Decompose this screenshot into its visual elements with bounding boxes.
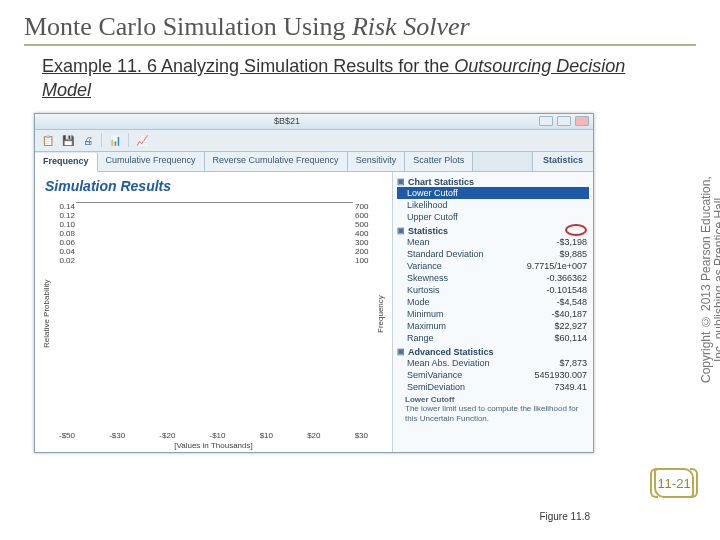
- advanced-statistics-header[interactable]: ▣Advanced Statistics: [397, 347, 589, 357]
- tab-cumulative[interactable]: Cumulative Frequency: [98, 152, 205, 171]
- stat-label: Mode: [407, 297, 430, 307]
- adv-stat-row[interactable]: SemiVariance5451930.007: [397, 369, 589, 381]
- chart-icon[interactable]: 📊: [108, 133, 122, 147]
- stat-label: Range: [407, 333, 434, 343]
- toolbar-separator: [128, 133, 129, 147]
- stat-value: -0.366362: [546, 273, 587, 283]
- figure-label: Figure 11.8: [539, 511, 590, 522]
- twisty-icon: ▣: [397, 347, 405, 356]
- stat-value: -$3,198: [556, 237, 587, 247]
- stat-row[interactable]: Variance9.7715/1e+007: [397, 260, 589, 272]
- footer-note: Lower Cutoff The lower limit used to com…: [397, 393, 589, 426]
- title-prefix: Monte Carlo Simulation Using: [24, 12, 352, 41]
- tab-scatter[interactable]: Scatter Plots: [405, 152, 473, 171]
- stat-row[interactable]: Maximum$22,927: [397, 320, 589, 332]
- subtitle-prefix: Example 11. 6 Analyzing Simulation Resul…: [42, 56, 454, 76]
- window-body: Simulation Results Relative Probability …: [35, 172, 593, 452]
- x-ticks: -$50 -$30 -$20 -$10 $10 $20 $30: [59, 430, 368, 440]
- stat-value: -$4,548: [556, 297, 587, 307]
- chart-stat-row[interactable]: Lower Cutoff: [397, 187, 589, 199]
- stat-row[interactable]: Skewness-0.366362: [397, 272, 589, 284]
- stat-row[interactable]: Mode-$4,548: [397, 296, 589, 308]
- simulation-window: $B$21 📋 💾 🖨 📊 📈 Frequency Cumulative Fre…: [34, 113, 594, 453]
- tab-frequency[interactable]: Frequency: [35, 153, 98, 172]
- view-tabs: Frequency Cumulative Frequency Reverse C…: [35, 152, 593, 172]
- stat-value: 9.7715/1e+007: [527, 261, 587, 271]
- stat-row[interactable]: Kurtosis-0.101548: [397, 284, 589, 296]
- adv-stat-label: SemiVariance: [407, 370, 462, 380]
- stat-label: Maximum: [407, 321, 446, 331]
- stat-value: -$40,187: [551, 309, 587, 319]
- chart-stat-label: Likelihood: [407, 200, 448, 210]
- toolbar: 📋 💾 🖨 📊 📈: [35, 130, 593, 152]
- stat-row[interactable]: Mean-$3,198: [397, 236, 589, 248]
- stat-value: -0.101548: [546, 285, 587, 295]
- adv-stat-value: 5451930.007: [534, 370, 587, 380]
- y-axis-label-left: Relative Probability: [41, 198, 52, 430]
- stat-value: $22,927: [554, 321, 587, 331]
- stat-row[interactable]: Standard Deviation$9,885: [397, 248, 589, 260]
- window-titlebar: $B$21: [35, 114, 593, 130]
- statistics-pane: ▣Chart Statistics Lower CutoffLikelihood…: [393, 172, 593, 452]
- stat-label: Standard Deviation: [407, 249, 484, 259]
- statistics-header[interactable]: ▣Statistics: [397, 226, 589, 236]
- adv-stat-value: 7349.41: [554, 382, 587, 392]
- tab-sensitivity[interactable]: Sensitivity: [348, 152, 406, 171]
- chart-stat-label: Upper Cutoff: [407, 212, 458, 222]
- stat-value: $9,885: [559, 249, 587, 259]
- chart-style-icon[interactable]: 📈: [135, 133, 149, 147]
- chart-stat-row[interactable]: Upper Cutoff: [397, 211, 589, 223]
- page-number-badge: 11-21: [654, 468, 694, 498]
- copyright-text: Copyright © 2013 Pearson Education, Inc.…: [700, 170, 716, 390]
- footer-text: The lower limit used to compute the like…: [405, 404, 578, 423]
- toolbar-separator: [101, 133, 102, 147]
- adv-stat-label: Mean Abs. Deviation: [407, 358, 490, 368]
- stat-label: Skewness: [407, 273, 448, 283]
- stat-label: Kurtosis: [407, 285, 440, 295]
- maximize-button[interactable]: [557, 116, 571, 126]
- stat-row[interactable]: Minimum-$40,187: [397, 308, 589, 320]
- stat-row[interactable]: Range$60,114: [397, 332, 589, 344]
- x-axis-label: [Values in Thousands]: [41, 441, 386, 450]
- twisty-icon: ▣: [397, 177, 405, 186]
- adv-stat-row[interactable]: SemiDeviation7349.41: [397, 381, 589, 393]
- chart-area: Relative Probability 0.14 0.12 0.10 0.08…: [41, 198, 386, 430]
- page-number: 11-21: [657, 476, 690, 491]
- slide-title: Monte Carlo Simulation Using Risk Solver: [24, 12, 696, 46]
- tab-reverse-cumulative[interactable]: Reverse Cumulative Frequency: [205, 152, 348, 171]
- cell-reference: $B$21: [39, 116, 535, 126]
- example-subtitle: Example 11. 6 Analyzing Simulation Resul…: [42, 54, 678, 103]
- print-icon[interactable]: 🖨: [81, 133, 95, 147]
- stat-value: $60,114: [554, 333, 587, 343]
- footer-bold: Lower Cutoff: [405, 395, 585, 405]
- close-button[interactable]: [575, 116, 589, 126]
- adv-stat-label: SemiDeviation: [407, 382, 465, 392]
- copy-icon[interactable]: 📋: [41, 133, 55, 147]
- stat-label: Mean: [407, 237, 430, 247]
- chart-stat-label: Lower Cutoff: [407, 188, 458, 198]
- title-ital: Risk Solver: [352, 12, 470, 41]
- slide: Monte Carlo Simulation Using Risk Solver…: [0, 0, 720, 540]
- chart-pane: Simulation Results Relative Probability …: [35, 172, 393, 452]
- adv-stat-row[interactable]: Mean Abs. Deviation$7,873: [397, 357, 589, 369]
- tab-statistics[interactable]: Statistics: [532, 152, 593, 171]
- minimize-button[interactable]: [539, 116, 553, 126]
- stat-label: Variance: [407, 261, 442, 271]
- save-icon[interactable]: 💾: [61, 133, 75, 147]
- chart-title: Simulation Results: [45, 178, 386, 194]
- y-axis-label-right: Frequency: [375, 198, 386, 430]
- histogram-plot: 0.14 0.12 0.10 0.08 0.06 0.04 0.02 700 6…: [76, 202, 353, 203]
- stat-label: Minimum: [407, 309, 444, 319]
- adv-stat-value: $7,873: [559, 358, 587, 368]
- chart-stat-row[interactable]: Likelihood: [397, 199, 589, 211]
- chart-statistics-header[interactable]: ▣Chart Statistics: [397, 177, 589, 187]
- twisty-icon: ▣: [397, 226, 405, 235]
